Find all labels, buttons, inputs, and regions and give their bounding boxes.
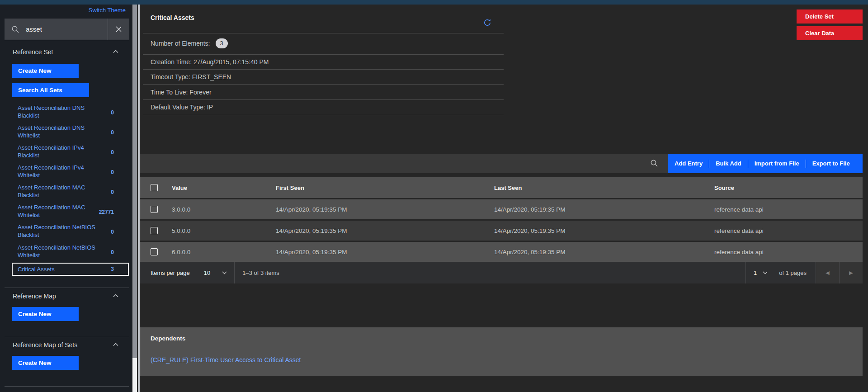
page-size-value[interactable]: 10 <box>204 269 210 276</box>
set-count: 0 <box>0 249 114 255</box>
set-count: 22771 <box>0 209 114 215</box>
column-header-first-seen[interactable]: First Seen <box>276 184 494 191</box>
next-page-button[interactable]: ▶ <box>840 262 863 283</box>
reference-map-of-sets-create-new-button[interactable]: Create New <box>12 356 79 370</box>
cell-value: 3.0.0.0 <box>172 206 276 213</box>
pagination-bar: Items per page 10 1–3 of 3 items 1 of 1 … <box>140 262 863 283</box>
clear-data-button[interactable]: Clear Data <box>797 26 863 40</box>
detail-divider <box>143 54 504 55</box>
items-range-text: 1–3 of 3 items <box>242 269 279 276</box>
cell-first-seen: 14/Apr/2020, 05:19:35 PM <box>276 227 494 234</box>
element-count-badge: 3 <box>216 38 228 48</box>
row-checkbox[interactable] <box>151 248 158 255</box>
time-to-live-text: Time To Live: Forever <box>151 89 212 96</box>
number-of-elements-row: Number of Elements: 3 <box>151 38 228 48</box>
pagination-right: 1 of 1 pages ◀ ▶ <box>745 262 863 283</box>
page-number-value[interactable]: 1 <box>754 269 757 276</box>
delete-set-button[interactable]: Delete Set <box>797 9 863 24</box>
chevron-up-icon[interactable] <box>113 50 118 53</box>
table-row[interactable]: 6.0.0.0 14/Apr/2020, 05:19:35 PM 14/Apr/… <box>140 242 863 262</box>
creation-time-text: Creation Time: 27/Aug/2015, 07:15:40 PM <box>151 58 269 66</box>
table-search-icon[interactable] <box>650 159 658 167</box>
table-header-row: Value First Seen Last Seen Source <box>140 177 863 198</box>
section-divider <box>5 386 129 387</box>
select-all-checkbox[interactable] <box>151 184 158 191</box>
set-count: 0 <box>0 109 114 116</box>
sidebar-search[interactable] <box>5 19 129 40</box>
section-divider <box>5 337 129 337</box>
reference-map-create-new-button[interactable]: Create New <box>12 307 79 321</box>
column-header-source[interactable]: Source <box>714 184 863 191</box>
table-row[interactable]: 3.0.0.0 14/Apr/2020, 05:19:35 PM 14/Apr/… <box>140 199 863 219</box>
chevron-down-icon[interactable] <box>222 271 227 274</box>
detail-divider <box>143 84 504 85</box>
pages-count-text: of 1 pages <box>779 269 807 276</box>
table-row[interactable]: 5.0.0.0 14/Apr/2020, 05:19:35 PM 14/Apr/… <box>140 221 863 241</box>
cell-value: 6.0.0.0 <box>172 249 276 255</box>
cell-first-seen: 14/Apr/2020, 05:19:35 PM <box>276 206 494 213</box>
default-value-type-text: Default Value Type: IP <box>151 104 213 111</box>
set-count: 0 <box>0 129 114 136</box>
cell-last-seen: 14/Apr/2020, 05:19:35 PM <box>494 249 714 255</box>
dependents-title: Dependents <box>151 335 185 342</box>
close-icon <box>116 26 122 32</box>
cell-source: reference data api <box>714 249 863 255</box>
section-divider <box>5 288 129 288</box>
reference-map-of-sets-section-header[interactable]: Reference Map of Sets <box>13 341 77 349</box>
cell-value: 5.0.0.0 <box>172 227 276 234</box>
export-to-file-button[interactable]: Export to File <box>806 160 856 167</box>
refresh-icon[interactable] <box>483 18 492 27</box>
page-title: Critical Assets <box>151 14 194 21</box>
previous-page-button[interactable]: ◀ <box>816 262 839 283</box>
number-of-elements-label: Number of Elements: <box>151 40 210 47</box>
row-checkbox[interactable] <box>151 227 158 234</box>
search-icon <box>11 25 19 33</box>
reference-set-create-new-button[interactable]: Create New <box>12 64 79 78</box>
timeout-type-text: Timeout Type: FIRST_SEEN <box>151 73 231 80</box>
search-all-sets-button[interactable]: Search All Sets <box>12 83 89 97</box>
row-checkbox[interactable] <box>151 206 158 213</box>
pane-edge-strip <box>138 5 140 392</box>
table-action-bar: Add Entry Bulk Add Import from File Expo… <box>668 154 863 173</box>
dependent-rule-link[interactable]: (CRE_RULE) First-Time User Access to Cri… <box>151 356 301 364</box>
search-clear-button[interactable] <box>108 19 129 40</box>
reference-map-section-header[interactable]: Reference Map <box>13 293 56 300</box>
chevron-up-icon[interactable] <box>113 294 118 298</box>
column-header-last-seen[interactable]: Last Seen <box>494 184 714 191</box>
sidebar-scrollbar[interactable] <box>132 5 137 392</box>
set-count: 0 <box>0 189 114 195</box>
detail-divider <box>143 69 504 70</box>
cell-first-seen: 14/Apr/2020, 05:19:35 PM <box>276 249 494 255</box>
set-count: 3 <box>0 266 114 272</box>
switch-theme-link[interactable]: Switch Theme <box>0 7 126 14</box>
cell-source: reference data api <box>714 206 863 213</box>
sidebar-scrollbar-thumb[interactable] <box>132 358 137 392</box>
bulk-add-button[interactable]: Bulk Add <box>709 160 748 167</box>
sidebar: Switch Theme Reference Set Create New Se… <box>0 5 132 392</box>
reference-set-section-header[interactable]: Reference Set <box>13 48 53 56</box>
add-entry-button[interactable]: Add Entry <box>668 160 709 167</box>
set-count: 0 <box>0 169 114 175</box>
pagination-divider <box>745 262 746 283</box>
set-count: 0 <box>0 149 114 156</box>
detail-divider <box>143 33 504 33</box>
cell-source: reference data api <box>714 227 863 234</box>
import-from-file-button[interactable]: Import from File <box>748 160 806 167</box>
chevron-down-icon[interactable] <box>763 271 768 274</box>
cell-last-seen: 14/Apr/2020, 05:19:35 PM <box>494 227 714 234</box>
top-accent-bar <box>0 0 868 5</box>
set-count: 0 <box>0 229 114 235</box>
column-header-value[interactable]: Value <box>172 184 276 191</box>
dependents-panel: Dependents (CRE_RULE) First-Time User Ac… <box>140 327 863 376</box>
search-input[interactable] <box>26 25 98 33</box>
items-per-page-label: Items per page <box>151 269 190 276</box>
detail-divider <box>143 99 504 100</box>
cell-last-seen: 14/Apr/2020, 05:19:35 PM <box>494 206 714 213</box>
chevron-up-icon[interactable] <box>113 343 118 346</box>
table-toolbar: Add Entry Bulk Add Import from File Expo… <box>140 154 863 173</box>
detail-divider <box>143 115 504 115</box>
pagination-divider <box>234 262 235 283</box>
